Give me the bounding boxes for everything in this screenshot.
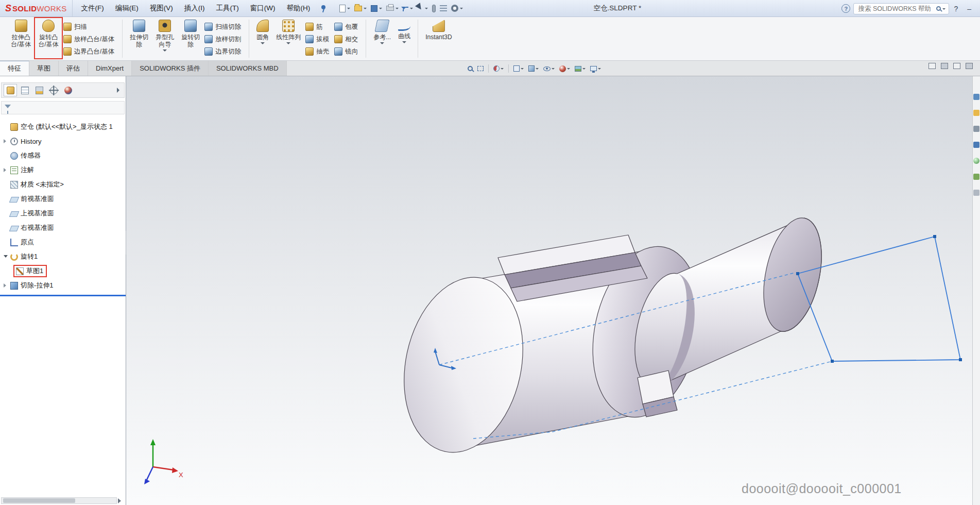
open-button[interactable]	[353, 5, 368, 12]
displaymanager-tab[interactable]	[61, 84, 75, 96]
lofted-boss-button[interactable]: 放样凸台/基体	[62, 33, 118, 45]
select-button[interactable]	[416, 3, 429, 14]
view-settings-button[interactable]	[589, 62, 603, 75]
rollback-bar[interactable]	[0, 295, 126, 296]
tree-item-history[interactable]: History	[0, 134, 126, 148]
apply-scene-button[interactable]	[573, 62, 587, 75]
tree-item-cut-extrude1[interactable]: 切除-拉伸1	[0, 278, 126, 293]
tree-item-annotations[interactable]: 注解	[0, 163, 126, 177]
touch-mode-button[interactable]	[431, 4, 437, 13]
expand-arrow-icon[interactable]	[4, 139, 8, 143]
scrollbar-thumb[interactable]	[3, 498, 75, 503]
graphics-viewport[interactable]: X dooooit@dooooit_c000001	[126, 76, 980, 505]
taskpane-appearances-icon[interactable]	[973, 158, 979, 164]
taskpane-scenes-icon[interactable]	[973, 174, 979, 180]
menu-insert[interactable]: 插入(I)	[179, 0, 211, 17]
search-input[interactable]	[857, 5, 934, 13]
menu-view[interactable]: 视图(V)	[144, 0, 179, 17]
propertymanager-tab[interactable]	[18, 84, 31, 96]
swept-boss-button[interactable]: 扫描	[62, 21, 118, 33]
mirror-button[interactable]: 镜向	[333, 45, 362, 58]
panel-scroll-right-icon[interactable]	[118, 498, 124, 503]
tree-item-material[interactable]: 材质 <未指定>	[0, 177, 126, 192]
menu-window[interactable]: 窗口(W)	[245, 0, 281, 17]
tab-solidworks-mbd[interactable]: SOLIDWORKS MBD	[209, 61, 287, 76]
tree-item-part-root[interactable]: 空仓 (默认<<默认>_显示状态 1	[0, 120, 126, 134]
taskpane-design-library-icon[interactable]	[973, 110, 979, 116]
tab-features[interactable]: 特征	[0, 61, 29, 76]
tree-filter-bar[interactable]	[1, 101, 125, 114]
featuremanager-tree-tab[interactable]	[4, 84, 17, 96]
hide-show-items-button[interactable]	[542, 62, 556, 75]
help-button[interactable]: ?	[949, 5, 962, 13]
view-orientation-button[interactable]	[512, 62, 525, 75]
boundary-cut-button[interactable]: 边界切除	[203, 45, 245, 58]
configurationmanager-tab[interactable]	[32, 84, 46, 96]
lofted-cut-button[interactable]: 放样切割	[203, 33, 245, 45]
curves-button[interactable]: 曲线	[394, 17, 414, 60]
taskpane-view-palette-icon[interactable]	[973, 142, 979, 148]
tab-solidworks-addins[interactable]: SOLIDWORKS 插件	[132, 61, 209, 76]
linear-pattern-button[interactable]: 线性阵列	[272, 17, 304, 60]
extruded-cut-button[interactable]: 拉伸切 除	[126, 17, 152, 60]
draft-button[interactable]: 拔模	[304, 33, 333, 45]
tree-item-front-plane[interactable]: 前视基准面	[0, 192, 126, 206]
minimize-button[interactable]: –	[962, 5, 976, 13]
tab-evaluate[interactable]: 评估	[59, 61, 88, 76]
panel-horizontal-scrollbar[interactable]	[1, 497, 117, 504]
tab-dimxpert[interactable]: DimXpert	[88, 61, 132, 76]
dropdown-caret-icon[interactable]	[163, 49, 167, 54]
new-document-button[interactable]	[338, 4, 352, 13]
dropdown-caret-icon[interactable]	[261, 42, 265, 46]
save-button[interactable]	[369, 4, 384, 13]
section-view-button[interactable]	[492, 62, 505, 75]
tree-item-right-plane[interactable]: 右视基准面	[0, 221, 126, 235]
zoom-fit-button[interactable]	[466, 62, 474, 75]
options-button[interactable]	[450, 4, 465, 13]
boundary-boss-button[interactable]: 边界凸台/基体	[62, 45, 118, 58]
taskpane-custom-properties-icon[interactable]	[973, 190, 979, 196]
print-button[interactable]	[385, 5, 400, 12]
taskpane-file-explorer-icon[interactable]	[973, 126, 979, 132]
display-style-button[interactable]	[527, 62, 540, 75]
help-circle-icon[interactable]: ?	[841, 4, 850, 13]
display-pane-button[interactable]	[438, 4, 449, 12]
tab-sketch[interactable]: 草图	[29, 61, 59, 76]
shell-button[interactable]: 抽壳	[304, 45, 333, 58]
fillet-button[interactable]: 圆角	[253, 17, 272, 60]
instant3d-button[interactable]: Instant3D	[422, 17, 455, 60]
dropdown-caret-icon[interactable]	[402, 41, 406, 45]
search-dropdown-caret-icon[interactable]	[942, 8, 945, 11]
tree-item-top-plane[interactable]: 上视基准面	[0, 206, 126, 221]
rib-button[interactable]: 筋	[304, 21, 333, 33]
extruded-boss-base-button[interactable]: 拉伸凸 台/基体	[7, 17, 35, 60]
window-split-icon[interactable]	[966, 63, 973, 69]
panel-expand-chevron-icon[interactable]	[117, 88, 122, 93]
window-tile-icon[interactable]	[929, 63, 936, 69]
tree-item-origin[interactable]: 原点	[0, 235, 126, 249]
3d-model-canvas[interactable]: X	[126, 76, 980, 505]
zoom-area-button[interactable]	[476, 62, 485, 75]
expand-arrow-icon[interactable]	[4, 283, 8, 288]
search-icon[interactable]	[936, 6, 941, 11]
undo-button[interactable]	[401, 4, 415, 12]
dropdown-caret-icon[interactable]	[380, 42, 384, 46]
menu-edit[interactable]: 编辑(E)	[110, 0, 144, 17]
taskpane-resources-icon[interactable]	[973, 94, 979, 100]
tree-item-revolve1[interactable]: 旋转1	[0, 249, 126, 264]
dimxpertmanager-tab[interactable]	[47, 84, 60, 96]
reference-geometry-button[interactable]: 参考...	[370, 17, 394, 60]
revolved-boss-base-button[interactable]: 旋转凸 台/基体	[35, 17, 62, 60]
wrap-button[interactable]: 包覆	[333, 21, 362, 33]
expand-arrow-icon[interactable]	[4, 168, 8, 172]
menu-help[interactable]: 帮助(H)	[281, 0, 316, 17]
window-cascade-icon[interactable]	[941, 63, 948, 69]
revolved-cut-button[interactable]: 旋转切 除	[178, 17, 203, 60]
tree-item-sensors[interactable]: 传感器	[0, 148, 126, 163]
menu-tools[interactable]: 工具(T)	[211, 0, 245, 17]
tree-item-sketch1[interactable]: 草图1	[0, 264, 126, 278]
collapse-arrow-icon[interactable]	[4, 255, 8, 260]
intersect-button[interactable]: 相交	[333, 33, 362, 45]
dropdown-caret-icon[interactable]	[286, 42, 290, 46]
hole-wizard-button[interactable]: 异型孔 向导	[152, 17, 178, 60]
